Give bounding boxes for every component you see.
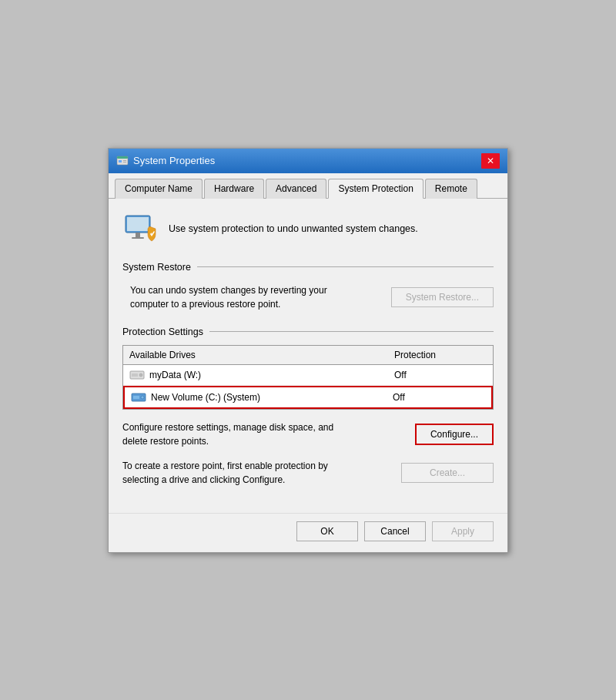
svg-rect-6 [127, 217, 149, 231]
drives-table: Available Drives Protection myDat [122, 345, 494, 410]
configure-description: Configure restore settings, manage disk … [122, 420, 346, 448]
restore-description: You can undo system changes by reverting… [130, 283, 353, 311]
protection-section-divider [209, 331, 494, 332]
svg-rect-7 [136, 233, 140, 237]
drive-icon-c [131, 391, 146, 404]
create-button: Create... [401, 463, 494, 483]
configure-area: Configure restore settings, manage disk … [122, 420, 494, 448]
drive-name-mydata: myData (W:) [129, 369, 394, 381]
tab-computer-name[interactable]: Computer Name [115, 179, 203, 199]
drive-status-mydata: Off [394, 370, 487, 380]
restore-body: You can undo system changes by reverting… [122, 280, 494, 311]
system-restore-section: System Restore You can undo system chang… [122, 262, 494, 311]
svg-rect-2 [119, 160, 122, 162]
tab-advanced[interactable]: Advanced [266, 179, 326, 199]
system-restore-button: System Restore... [391, 287, 494, 307]
protection-settings-header: Protection Settings [122, 327, 494, 337]
tab-content: Use system protection to undo unwanted s… [109, 199, 507, 513]
system-properties-dialog: System Properties ✕ Computer Name Hardwa… [108, 148, 508, 553]
close-button[interactable]: ✕ [481, 153, 500, 169]
protection-settings-label: Protection Settings [122, 327, 203, 337]
create-description: To create a restore point, first enable … [122, 459, 346, 487]
system-restore-header: System Restore [122, 262, 494, 273]
drive-icon-mydata [129, 369, 145, 381]
protection-settings-section: Protection Settings Available Drives Pro… [122, 327, 494, 487]
svg-point-10 [139, 373, 142, 377]
apply-button: Apply [432, 521, 494, 541]
svg-rect-11 [132, 373, 138, 377]
svg-point-13 [141, 396, 144, 399]
drive-name-c: New Volume (C:) (System) [131, 391, 393, 404]
title-bar-left: System Properties [116, 155, 215, 167]
top-description: Use system protection to undo unwanted s… [169, 223, 418, 236]
tab-hardware[interactable]: Hardware [204, 179, 264, 199]
col-header-protection: Protection [394, 350, 487, 360]
computer-shield-icon [122, 211, 159, 248]
col-header-drive: Available Drives [129, 350, 394, 360]
tab-remote[interactable]: Remote [425, 179, 477, 199]
section-divider [197, 266, 494, 267]
top-section: Use system protection to undo unwanted s… [122, 211, 494, 248]
window-title: System Properties [133, 155, 215, 166]
drive-row-mydata[interactable]: myData (W:) Off [123, 365, 493, 386]
drive-row-c-system[interactable]: New Volume (C:) (System) Off [123, 386, 493, 409]
cancel-button[interactable]: Cancel [364, 521, 426, 541]
svg-rect-1 [117, 156, 128, 159]
svg-rect-14 [133, 396, 139, 399]
svg-rect-4 [123, 162, 126, 162]
tab-system-protection[interactable]: System Protection [328, 179, 423, 199]
create-area: To create a restore point, first enable … [122, 459, 494, 487]
ok-button[interactable]: OK [296, 521, 358, 541]
configure-button[interactable]: Configure... [415, 424, 494, 445]
system-restore-label: System Restore [122, 262, 191, 273]
tabs-bar: Computer Name Hardware Advanced System P… [109, 173, 507, 199]
drives-table-header: Available Drives Protection [123, 346, 493, 365]
svg-rect-3 [123, 160, 126, 161]
window-icon [116, 155, 129, 167]
drive-status-c: Off [393, 392, 485, 403]
title-bar: System Properties ✕ [109, 149, 507, 173]
svg-rect-8 [132, 237, 144, 239]
footer-buttons: OK Cancel Apply [109, 513, 507, 552]
